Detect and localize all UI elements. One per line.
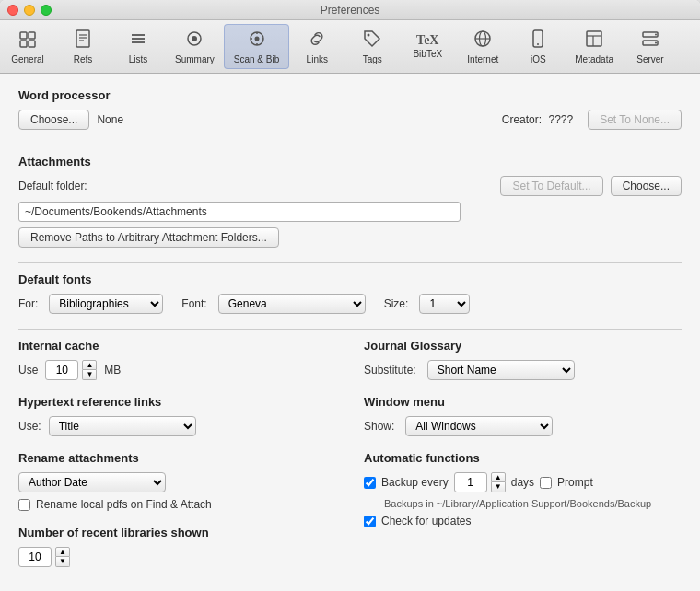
maximize-button[interactable] [41, 5, 52, 16]
server-icon [640, 29, 660, 52]
size-label: Size: [384, 297, 409, 310]
right-col: Journal Glossary Substitute: Short Name … [364, 339, 682, 582]
general-icon [18, 29, 38, 52]
backup-stepper: ▲ ▼ [454, 472, 506, 492]
window-menu-section: Window menu Show: All Windows [364, 395, 682, 436]
for-select[interactable]: Bibliographies [49, 294, 163, 314]
content-area: Word processor Choose... None Creator: ?… [0, 74, 700, 591]
divider-3 [18, 329, 682, 330]
internet-icon [472, 29, 493, 52]
recent-increment-button[interactable]: ▲ [55, 547, 70, 557]
cache-stepper: ▲ ▼ [45, 360, 97, 380]
minimize-button[interactable] [24, 5, 35, 16]
svg-rect-4 [76, 30, 89, 47]
tab-summary-label: Summary [175, 54, 215, 64]
rename-select[interactable]: Author Date [18, 472, 166, 492]
tab-general[interactable]: General [0, 24, 55, 69]
refs-icon [73, 29, 93, 52]
tab-internet[interactable]: Internet [455, 24, 510, 69]
internal-cache-label: Internal cache [18, 339, 336, 353]
window-title: Preferences [321, 4, 380, 17]
hypertext-select[interactable]: Title [49, 416, 196, 436]
font-label: Font: [181, 297, 206, 310]
backup-stepper-buttons: ▲ ▼ [491, 472, 506, 492]
word-processor-section: Word processor Choose... None Creator: ?… [18, 88, 682, 130]
recent-libraries-section: Number of recent libraries shown ▲ ▼ [18, 526, 336, 567]
attachments-header-row: Default folder: Set To Default... Choose… [18, 176, 682, 196]
toolbar: General Refs Lists Summary Scan & Bib [0, 20, 700, 74]
left-col: Internal cache Use ▲ ▼ MB [18, 339, 336, 582]
tab-tags[interactable]: Tags [344, 24, 400, 69]
svg-rect-2 [20, 41, 27, 47]
tab-server[interactable]: Server [623, 24, 678, 69]
backup-increment-button[interactable]: ▲ [491, 472, 506, 482]
tab-metadata[interactable]: Metadata [566, 24, 623, 69]
tab-links[interactable]: Links [289, 24, 344, 69]
tab-lists-label: Lists [129, 54, 148, 64]
rename-local-checkbox[interactable] [18, 499, 30, 511]
tab-ios[interactable]: iOS [510, 24, 566, 69]
font-select[interactable]: Geneva [218, 294, 366, 314]
summary-icon [184, 29, 204, 52]
default-fonts-section: Default fonts For: Bibliographies Font: … [18, 272, 682, 314]
word-processor-choose-button[interactable]: Choose... [18, 110, 89, 130]
tab-server-label: Server [636, 54, 663, 64]
recent-libraries-row: ▲ ▼ [18, 547, 336, 567]
backup-checkbox[interactable] [364, 477, 376, 489]
ios-icon [528, 29, 548, 52]
substitute-select[interactable]: Short Name [427, 360, 575, 380]
tab-lists[interactable]: Lists [111, 24, 166, 69]
journal-glossary-row: Substitute: Short Name [364, 360, 682, 380]
backup-decrement-button[interactable]: ▼ [491, 482, 506, 492]
set-to-default-button[interactable]: Set To Default... [500, 176, 602, 196]
tab-bibtex[interactable]: TeX BibTeX [400, 24, 455, 69]
tab-refs[interactable]: Refs [55, 24, 111, 69]
close-button[interactable] [7, 5, 18, 16]
word-processor-label: Word processor [18, 88, 682, 102]
size-select[interactable]: 12 [419, 294, 470, 314]
cache-row: Use ▲ ▼ MB [18, 360, 336, 380]
tab-bibtex-label: BibTeX [413, 49, 442, 59]
backup-days-input[interactable] [454, 472, 487, 492]
check-updates-checkbox[interactable] [364, 516, 376, 527]
traffic-lights [7, 5, 52, 16]
substitute-label: Substitute: [364, 364, 416, 377]
svg-rect-3 [29, 41, 35, 47]
for-label: For: [18, 297, 38, 310]
backup-row: Backup every ▲ ▼ days Prompt [364, 472, 682, 492]
show-select[interactable]: All Windows [405, 416, 553, 436]
links-icon [307, 29, 327, 52]
tab-summary[interactable]: Summary [166, 24, 224, 69]
cache-value-input[interactable] [45, 360, 78, 380]
window-menu-label: Window menu [364, 395, 682, 409]
svg-point-24 [537, 43, 539, 45]
prompt-checkbox[interactable] [540, 477, 552, 489]
recent-libraries-input[interactable] [18, 547, 52, 567]
divider-2 [18, 262, 682, 263]
backup-every-label: Backup every [381, 476, 449, 489]
recent-decrement-button[interactable]: ▼ [55, 557, 70, 567]
cache-increment-button[interactable]: ▲ [82, 360, 97, 370]
prompt-label: Prompt [557, 476, 593, 489]
tab-scan[interactable]: Scan & Bib [224, 24, 289, 69]
use-label: Use [18, 364, 38, 377]
recent-stepper-buttons: ▲ ▼ [55, 547, 70, 567]
fonts-row: For: Bibliographies Font: Geneva Size: 1… [18, 294, 682, 314]
rename-attachments-label: Rename attachments [18, 451, 336, 465]
backup-path: Backups in ~/Library/Application Support… [384, 498, 682, 509]
rename-attachments-section: Rename attachments Author Date Rename lo… [18, 451, 336, 511]
lists-icon [128, 29, 148, 52]
set-to-none-button[interactable]: Set To None... [588, 110, 682, 130]
cache-decrement-button[interactable]: ▼ [82, 370, 97, 380]
rename-local-row: Rename local pdfs on Find & Attach [18, 498, 336, 511]
tab-refs-label: Refs [74, 54, 93, 64]
tab-links-label: Links [307, 54, 328, 64]
remove-paths-row: Remove Paths to Arbitrary Attachment Fol… [18, 227, 682, 248]
tab-general-label: General [11, 54, 44, 64]
divider-1 [18, 145, 682, 145]
preferences-window: Preferences General Refs Lists Summary [0, 0, 700, 591]
two-col-section: Internal cache Use ▲ ▼ MB [18, 339, 682, 582]
remove-paths-button[interactable]: Remove Paths to Arbitrary Attachment Fol… [18, 227, 279, 248]
attachments-choose-button[interactable]: Choose... [611, 176, 682, 196]
tab-internet-label: Internet [467, 54, 498, 64]
